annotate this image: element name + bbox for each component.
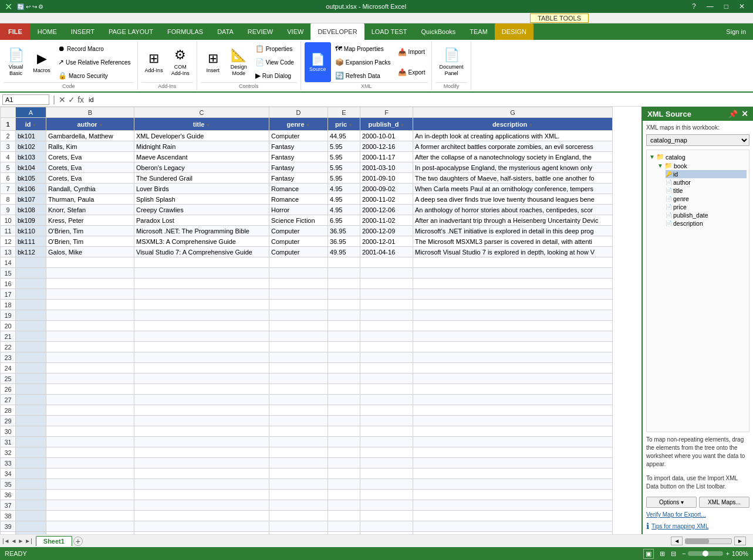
sheet-tab-sheet1[interactable]: Sheet1 bbox=[36, 536, 72, 546]
cell-id[interactable]: bk107 bbox=[16, 194, 46, 205]
cell-price[interactable]: 4.95 bbox=[328, 205, 360, 215]
header-genre[interactable]: genre▼ bbox=[269, 118, 328, 131]
cell-desc[interactable]: When Carla meets Paul at an ornithology … bbox=[413, 184, 613, 194]
cell-genre[interactable]: Fantasy bbox=[269, 162, 328, 173]
tree-node-description[interactable]: 📄 description bbox=[666, 219, 747, 228]
record-macro-btn[interactable]: ⏺ Record Macro bbox=[55, 43, 134, 55]
cell-id[interactable]: bk109 bbox=[16, 215, 46, 226]
xml-panel-close-btn[interactable]: ✕ bbox=[741, 109, 748, 118]
insert-ctrl-btn[interactable]: ⊞ Insert bbox=[201, 42, 225, 82]
cell-pubdate[interactable]: 2000-09-02 bbox=[360, 184, 413, 194]
confirm-icon[interactable]: ✓ bbox=[68, 95, 75, 104]
cell-id[interactable]: bk102 bbox=[16, 141, 46, 152]
cell-desc[interactable]: Microsoft Visual Studio 7 is explored in… bbox=[413, 247, 613, 257]
col-header-C[interactable]: C bbox=[134, 107, 269, 118]
tab-load-test[interactable]: LOAD TEST bbox=[364, 23, 414, 40]
tree-node-author[interactable]: 📄 author bbox=[666, 178, 747, 186]
cell-title[interactable]: Splish Splash bbox=[134, 194, 269, 205]
status-normal-icon[interactable]: ▣ bbox=[643, 549, 654, 559]
cell-author[interactable]: O'Brien, Tim bbox=[46, 236, 134, 247]
formula-input[interactable] bbox=[86, 95, 751, 104]
cell-id[interactable]: bk106 bbox=[16, 184, 46, 194]
cell-pubdate[interactable]: 2000-12-01 bbox=[360, 236, 413, 247]
cell-pubdate[interactable]: 2001-04-16 bbox=[360, 247, 413, 257]
map-properties-btn[interactable]: 🗺 Map Properties bbox=[332, 43, 394, 55]
cell-price[interactable]: 5.95 bbox=[328, 173, 360, 184]
formula-icon[interactable]: fx bbox=[77, 95, 84, 104]
cell-genre[interactable]: Computer bbox=[269, 247, 328, 257]
cell-pubdate[interactable]: 2000-12-16 bbox=[360, 141, 413, 152]
hscroll-right-btn[interactable]: ► bbox=[734, 537, 746, 545]
cell-author[interactable]: Ralls, Kim bbox=[46, 141, 134, 152]
cancel-icon[interactable]: ✕ bbox=[59, 95, 66, 104]
visual-basic-btn[interactable]: 📄 VisualBasic bbox=[4, 42, 28, 82]
cell-pubdate[interactable]: 2000-12-09 bbox=[360, 226, 413, 236]
zoom-thumb[interactable] bbox=[703, 551, 708, 556]
zoom-out-btn[interactable]: − bbox=[682, 550, 686, 557]
cell-genre[interactable]: Computer bbox=[269, 226, 328, 236]
import-btn[interactable]: 📥 Import bbox=[395, 46, 428, 58]
cell-price[interactable]: 44.95 bbox=[328, 131, 360, 141]
cell-author[interactable]: Knorr, Stefan bbox=[46, 205, 134, 215]
xml-tips-link[interactable]: Tips for mapping XML bbox=[651, 523, 708, 530]
run-dialog-btn[interactable]: ▶ Run Dialog bbox=[252, 70, 297, 82]
grid-container[interactable]: A B C D E F G 1 id▼ author▼ bbox=[0, 107, 641, 534]
col-header-F[interactable]: F bbox=[360, 107, 413, 118]
cell-price[interactable]: 4.95 bbox=[328, 194, 360, 205]
tree-node-publish-date[interactable]: 📄 publish_date bbox=[666, 211, 747, 219]
id-filter-arrow[interactable]: ▼ bbox=[32, 123, 36, 128]
cell-author[interactable]: Kress, Peter bbox=[46, 215, 134, 226]
tab-team[interactable]: TEAM bbox=[462, 23, 495, 40]
cell-genre[interactable]: Science Fiction bbox=[269, 215, 328, 226]
header-price[interactable]: pric▼ bbox=[328, 118, 360, 131]
status-page-layout-icon[interactable]: ⊞ bbox=[660, 550, 665, 558]
cell-author[interactable]: Gambardella, Matthew bbox=[46, 131, 134, 141]
col-header-D[interactable]: D bbox=[269, 107, 328, 118]
cell-genre[interactable]: Fantasy bbox=[269, 152, 328, 162]
cell-id[interactable]: bk105 bbox=[16, 173, 46, 184]
tab-insert[interactable]: INSERT bbox=[64, 23, 102, 40]
cell-price[interactable]: 36.95 bbox=[328, 226, 360, 236]
sheet-nav-first[interactable]: |◄ bbox=[2, 538, 10, 544]
cell-genre[interactable]: Computer bbox=[269, 236, 328, 247]
tree-node-id[interactable]: 🔑 id bbox=[666, 170, 747, 178]
use-relative-refs-btn[interactable]: ↗ Use Relative References bbox=[55, 56, 134, 68]
cell-price[interactable]: 6.95 bbox=[328, 215, 360, 226]
cell-author[interactable]: Corets, Eva bbox=[46, 162, 134, 173]
close-btn[interactable]: ✕ bbox=[735, 2, 748, 11]
cell-title[interactable]: Lover Birds bbox=[134, 184, 269, 194]
cell-genre[interactable]: Horror bbox=[269, 205, 328, 215]
xml-options-btn[interactable]: Options ▾ bbox=[646, 497, 697, 508]
xml-panel-pin-icon[interactable]: 📌 bbox=[728, 110, 738, 118]
cell-author[interactable]: Thurman, Paula bbox=[46, 194, 134, 205]
cell-genre[interactable]: Romance bbox=[269, 184, 328, 194]
cell-desc[interactable]: Microsoft's .NET initiative is explored … bbox=[413, 226, 613, 236]
minimize-btn[interactable]: ? bbox=[688, 2, 700, 11]
tab-home[interactable]: HOME bbox=[31, 23, 64, 40]
col-header-E[interactable]: E bbox=[328, 107, 360, 118]
pubdate-filter-arrow[interactable]: ▼ bbox=[400, 123, 405, 128]
cell-price[interactable]: 49.95 bbox=[328, 247, 360, 257]
cell-title[interactable]: Paradox Lost bbox=[134, 215, 269, 226]
header-description[interactable]: description▼ bbox=[413, 118, 613, 131]
view-code-btn[interactable]: 📄 View Code bbox=[252, 56, 297, 68]
cell-id[interactable]: bk104 bbox=[16, 162, 46, 173]
cell-id[interactable]: bk108 bbox=[16, 205, 46, 215]
tab-view[interactable]: VIEW bbox=[280, 23, 310, 40]
maximize-btn[interactable]: □ bbox=[721, 2, 732, 11]
cell-pubdate[interactable]: 2001-09-10 bbox=[360, 173, 413, 184]
hscroll-track[interactable] bbox=[685, 538, 732, 544]
cell-title[interactable]: Midnight Rain bbox=[134, 141, 269, 152]
cell-id[interactable]: bk111 bbox=[16, 236, 46, 247]
cell-reference-input[interactable] bbox=[2, 94, 49, 105]
cell-author[interactable]: Randall, Cynthia bbox=[46, 184, 134, 194]
com-add-ins-btn[interactable]: ⚙ COMAdd-Ins bbox=[168, 42, 193, 82]
add-sheet-btn[interactable]: + bbox=[73, 537, 83, 546]
expansion-packs-btn[interactable]: 📦 Expansion Packs bbox=[332, 56, 394, 68]
document-panel-btn[interactable]: 📄 DocumentPanel bbox=[435, 42, 467, 82]
export-btn[interactable]: 📤 Export bbox=[395, 66, 428, 78]
cell-genre[interactable]: Fantasy bbox=[269, 173, 328, 184]
tab-formulas[interactable]: FORMULAS bbox=[160, 23, 210, 40]
properties-btn[interactable]: 📋 Properties bbox=[252, 43, 297, 55]
tab-quickbooks[interactable]: QuickBooks bbox=[414, 23, 463, 40]
